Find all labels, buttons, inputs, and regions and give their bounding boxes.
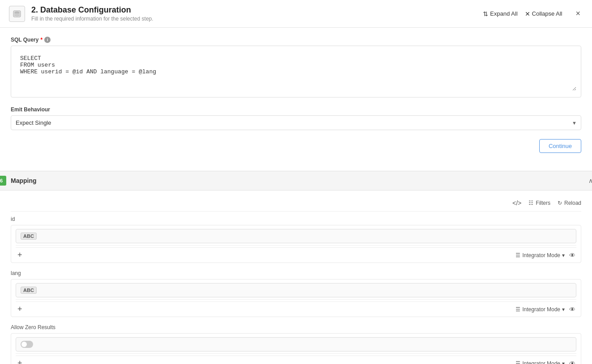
- mapping-toolbar: </> ☷ Filters ↻ Reload: [11, 195, 581, 212]
- chevron-up-icon: ∧: [588, 177, 592, 184]
- filters-button[interactable]: ☷ Filters: [529, 200, 550, 206]
- step-icon: [9, 6, 25, 22]
- main-content: SQL Query* i SELECT FROM users WHERE use…: [0, 28, 592, 171]
- eye-id-button[interactable]: 👁: [568, 251, 576, 260]
- add-allow-zero-button[interactable]: +: [16, 359, 24, 364]
- expand-all-icon: ⇅: [483, 10, 488, 17]
- emit-behaviour-select-wrapper: Expect Single Expect Multiple Expect Non…: [11, 115, 581, 130]
- mapping-field-lang: lang ABC + ☰ Integrator Mode ▾: [11, 270, 581, 317]
- code-view-button[interactable]: </>: [512, 199, 521, 207]
- header-title-block: 2. Database Configuration Fill in the re…: [31, 5, 483, 22]
- eye-allow-zero-icon: 👁: [569, 360, 575, 364]
- field-id-input[interactable]: ABC: [16, 229, 576, 243]
- expand-all-button[interactable]: ⇅ Expand All: [483, 10, 517, 17]
- field-id-block: ABC + ☰ Integrator Mode ▾ 👁: [11, 225, 581, 263]
- required-indicator: *: [40, 37, 42, 43]
- expand-all-label: Expand All: [490, 10, 517, 17]
- integrator-mode-id-label: Integrator Mode: [522, 252, 560, 258]
- sql-editor: SELECT FROM users WHERE userid = @id AND…: [11, 46, 581, 97]
- page-header: 2. Database Configuration Fill in the re…: [0, 0, 592, 28]
- mapping-content: </> ☷ Filters ↻ Reload id ABC +: [0, 190, 592, 364]
- mapping-field-allow-zero: Allow Zero Results + ☰ Integrator Mode ▾: [11, 324, 581, 364]
- svg-point-1: [14, 11, 20, 13]
- reload-label: Reload: [564, 200, 581, 206]
- integrator-mode-id-icon: ☰: [516, 252, 520, 258]
- reload-button[interactable]: ↻ Reload: [558, 200, 581, 206]
- field-lang-block-inner: ABC + ☰ Integrator Mode ▾ 👁: [11, 279, 581, 317]
- mapping-collapse-button[interactable]: ∧: [586, 176, 592, 185]
- page-subtitle: Fill in the required information for the…: [31, 16, 483, 22]
- integrator-mode-lang-label: Integrator Mode: [522, 306, 560, 313]
- field-id-block-inner: ABC + ☰ Integrator Mode ▾ 👁: [11, 225, 581, 262]
- integrator-mode-allow-zero-icon: ☰: [516, 360, 520, 364]
- integrator-mode-lang-icon: ☰: [516, 306, 520, 313]
- collapse-all-icon: ✕: [525, 10, 530, 17]
- collapse-all-label: Collapse All: [532, 10, 562, 17]
- field-allow-zero-block: + ☰ Integrator Mode ▾ 👁: [11, 333, 581, 364]
- plus-icon-lang: +: [17, 305, 22, 313]
- field-allow-zero-input[interactable]: [16, 337, 576, 351]
- info-icon[interactable]: i: [44, 37, 51, 43]
- integrator-mode-lang-button[interactable]: ☰ Integrator Mode ▾: [516, 306, 565, 313]
- field-lang-label: lang: [11, 270, 581, 276]
- field-lang-actions: + ☰ Integrator Mode ▾ 👁: [16, 301, 576, 317]
- close-icon: ×: [575, 9, 580, 18]
- eye-lang-button[interactable]: 👁: [568, 305, 576, 314]
- mapping-section-header: 6 Mapping ∧: [0, 171, 592, 190]
- mapping-badge: 6: [0, 176, 6, 186]
- toggle-icon-allow-zero[interactable]: [21, 341, 33, 348]
- close-button[interactable]: ×: [573, 8, 583, 19]
- chevron-down-allow-zero-icon: ▾: [562, 360, 565, 364]
- integrator-mode-id-button[interactable]: ☰ Integrator Mode ▾: [516, 252, 565, 258]
- continue-row: Continue: [11, 139, 581, 153]
- continue-button[interactable]: Continue: [539, 139, 581, 153]
- plus-icon-allow-zero: +: [17, 359, 22, 364]
- emit-behaviour-label: Emit Behaviour: [11, 106, 581, 113]
- reload-icon: ↻: [558, 200, 562, 206]
- page-title: 2. Database Configuration: [31, 5, 483, 15]
- field-allow-zero-actions: + ☰ Integrator Mode ▾ 👁: [16, 356, 576, 364]
- field-lang-block: ABC + ☰ Integrator Mode ▾ 👁: [11, 279, 581, 317]
- eye-allow-zero-button[interactable]: 👁: [568, 359, 576, 364]
- plus-icon-id: +: [17, 250, 22, 259]
- integrator-mode-allow-zero-label: Integrator Mode: [522, 360, 560, 364]
- header-actions: ⇅ Expand All ✕ Collapse All ×: [483, 8, 583, 19]
- field-id-actions: + ☰ Integrator Mode ▾ 👁: [16, 247, 576, 262]
- sql-query-label: SQL Query* i: [11, 37, 581, 43]
- field-lang-input[interactable]: ABC: [16, 283, 576, 297]
- abc-badge-id: ABC: [21, 233, 37, 240]
- filters-icon: ☷: [529, 200, 533, 206]
- eye-id-icon: 👁: [569, 252, 575, 259]
- field-allow-zero-label: Allow Zero Results: [11, 324, 581, 330]
- field-allow-zero-block-inner: + ☰ Integrator Mode ▾ 👁: [11, 334, 581, 364]
- emit-behaviour-select[interactable]: Expect Single Expect Multiple Expect Non…: [11, 115, 581, 130]
- add-lang-button[interactable]: +: [16, 305, 24, 314]
- sql-textarea[interactable]: SELECT FROM users WHERE userid = @id AND…: [16, 51, 576, 91]
- chevron-down-id-icon: ▾: [562, 252, 565, 258]
- filters-label: Filters: [536, 200, 550, 206]
- integrator-mode-allow-zero-button[interactable]: ☰ Integrator Mode ▾: [516, 360, 565, 364]
- sql-query-group: SQL Query* i SELECT FROM users WHERE use…: [11, 37, 581, 97]
- emit-behaviour-group: Emit Behaviour Expect Single Expect Mult…: [11, 106, 581, 130]
- abc-badge-lang: ABC: [21, 287, 37, 294]
- mapping-field-id: id ABC + ☰ Integrator Mode ▾: [11, 216, 581, 263]
- add-id-button[interactable]: +: [16, 250, 24, 260]
- eye-lang-icon: 👁: [569, 306, 575, 313]
- collapse-all-button[interactable]: ✕ Collapse All: [525, 10, 562, 17]
- code-icon: </>: [512, 199, 521, 207]
- chevron-down-lang-icon: ▾: [562, 306, 565, 313]
- field-id-label: id: [11, 216, 581, 222]
- mapping-section-title: Mapping: [11, 177, 586, 184]
